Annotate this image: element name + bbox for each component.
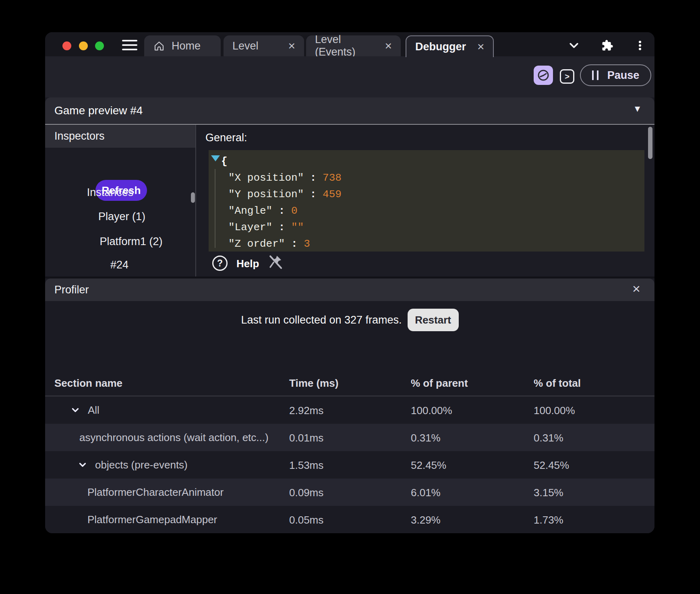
json-value: 3	[304, 238, 310, 250]
inspectors-title: Inspectors	[54, 130, 105, 142]
json-value: 459	[323, 188, 342, 200]
pause-icon	[592, 70, 599, 80]
json-value: 738	[323, 172, 342, 184]
row-collapse-chevron-icon[interactable]	[70, 405, 81, 415]
inspectors-panel: Refresh Instances Player (1) Platform1 (…	[45, 148, 195, 276]
tab-close-icon[interactable]: ×	[288, 40, 295, 52]
game-preview-header[interactable]: Game preview #4 ▼	[45, 97, 654, 124]
table-row[interactable]: All 2.92ms 100.00% 100.00%	[45, 396, 654, 424]
json-entry-y-position: "Y position" : 459	[228, 186, 342, 202]
traffic-light-zoom-icon[interactable]	[95, 41, 104, 50]
game-preview-title: Game preview #4	[54, 104, 143, 117]
general-pane: General: { "X position" : 738 "Y positio…	[196, 125, 654, 276]
json-value: ""	[291, 221, 304, 233]
indent-guide	[215, 169, 215, 248]
home-icon	[153, 40, 165, 52]
tab-label: Level	[232, 40, 259, 52]
tab-bar: Home Level × Level (Events) × Debugger ×	[45, 32, 654, 56]
json-entry-x-position: "X position" : 738	[228, 169, 342, 186]
profiler-gauge-button[interactable]	[534, 66, 553, 85]
pause-label: Pause	[607, 69, 640, 82]
help-link[interactable]: Help	[236, 258, 259, 270]
tree-item-player[interactable]: Player (1)	[47, 210, 197, 223]
table-row[interactable]: asynchronous actions (wait action, etc..…	[45, 424, 654, 451]
collapse-caret-icon[interactable]: ▼	[635, 105, 640, 113]
debugger-window: Home Level × Level (Events) × Debugger ×	[45, 32, 654, 533]
debugger-toolbar: > Pause	[45, 56, 654, 97]
json-entry-z-order: "Z order" : 3	[228, 235, 342, 252]
speedometer-icon	[536, 68, 550, 82]
tab-label: Home	[172, 40, 201, 52]
tab-close-icon[interactable]: ×	[385, 40, 392, 52]
unpin-icon[interactable]	[267, 254, 284, 271]
help-icon[interactable]: ?	[212, 256, 228, 271]
profiler-status-text: Last run collected on 327 frames.	[241, 314, 402, 326]
profiler-title: Profiler	[54, 284, 89, 296]
tab-label: Level (Events)	[315, 33, 373, 58]
table-row[interactable]: PlatformerCharacterAnimator 0.09ms 6.01%…	[45, 479, 654, 506]
console-button[interactable]: >	[560, 69, 574, 84]
row-collapse-chevron-icon[interactable]	[77, 460, 88, 470]
json-open-brace: {	[221, 153, 342, 169]
general-scrollbar[interactable]	[648, 127, 652, 159]
inspectors-header: Inspectors	[45, 125, 195, 148]
profiler-close-icon[interactable]: ×	[632, 281, 640, 297]
json-viewer: { "X position" : 738 "Y position" : 459 …	[209, 150, 644, 252]
restart-button[interactable]: Restart	[408, 309, 459, 331]
table-row[interactable]: objects (pre-events) 1.53ms 52.45% 52.45…	[45, 451, 654, 479]
traffic-light-close-icon[interactable]	[62, 41, 71, 50]
pause-button[interactable]: Pause	[580, 64, 651, 86]
column-header-time: Time (ms)	[289, 377, 338, 390]
column-header-section: Section name	[54, 377, 122, 390]
column-header-parent: % of parent	[411, 377, 468, 390]
console-icon: >	[565, 72, 570, 81]
profiler-header: Profiler ×	[45, 278, 654, 301]
traffic-light-minimize-icon[interactable]	[79, 41, 88, 50]
profiler-panel: Last run collected on 327 frames. Restar…	[45, 301, 654, 533]
extensions-puzzle-icon[interactable]	[601, 39, 613, 52]
inspectors-scrollbar[interactable]	[191, 192, 195, 203]
tab-home[interactable]: Home	[144, 35, 221, 56]
tab-label: Debugger	[415, 41, 466, 53]
tab-debugger[interactable]: Debugger ×	[406, 35, 494, 57]
tree-item-instance-24[interactable]: #24	[45, 259, 195, 271]
tab-level[interactable]: Level ×	[224, 35, 304, 56]
general-title: General:	[205, 132, 247, 144]
chevron-down-icon[interactable]	[568, 39, 580, 52]
json-entry-layer: "Layer" : ""	[228, 219, 342, 235]
tab-close-icon[interactable]: ×	[477, 41, 485, 53]
json-expand-triangle-icon[interactable]	[211, 155, 220, 161]
tree-item-platform1[interactable]: Platform1 (2)	[56, 235, 206, 248]
table-row[interactable]: PlatformerGamepadMapper 0.05ms 3.29% 1.7…	[45, 506, 654, 533]
json-entry-angle: "Angle" : 0	[228, 202, 342, 219]
tab-level-events[interactable]: Level (Events) ×	[306, 35, 401, 56]
column-header-total: % of total	[534, 377, 581, 390]
more-vertical-dots-icon[interactable]	[634, 39, 646, 52]
json-value: 0	[291, 205, 298, 217]
menu-hamburger-icon[interactable]	[122, 40, 137, 51]
tree-item-instances[interactable]: Instances	[45, 186, 185, 198]
